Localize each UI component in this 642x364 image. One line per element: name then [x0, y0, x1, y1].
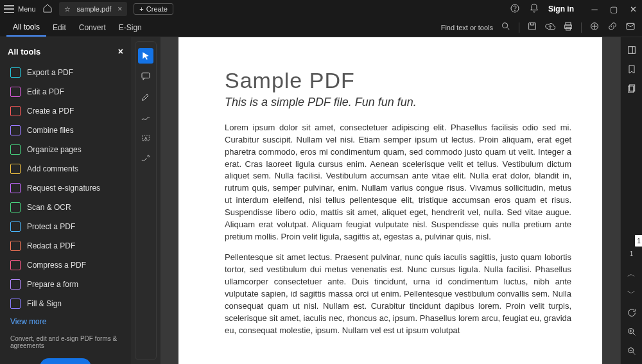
- tool-label: Export a PDF: [27, 68, 73, 77]
- tool-icon: [10, 106, 21, 116]
- tool-label: Edit a PDF: [27, 87, 64, 96]
- menu-icon[interactable]: [4, 5, 14, 13]
- sidebar-item-organize-pages[interactable]: Organize pages: [8, 140, 123, 159]
- toolbar: All tools Edit Convert E-Sign Find text …: [0, 18, 642, 37]
- help-icon[interactable]: [510, 3, 520, 15]
- close-tab-icon[interactable]: ×: [117, 4, 122, 13]
- doc-subheading: This is a simple PDF file. Fun fun fun.: [225, 96, 571, 109]
- rotate-icon[interactable]: [625, 306, 638, 319]
- doc-paragraph-1: Lorem ipsum dolor sit amet, consectetuer…: [225, 122, 571, 243]
- tool-icon: [10, 279, 21, 290]
- minimize-icon[interactable]: ─: [589, 4, 600, 14]
- zoom-in-icon[interactable]: [625, 325, 638, 338]
- tab-edit[interactable]: Edit: [46, 19, 73, 36]
- tool-icon: [10, 125, 21, 135]
- zoom-out-icon[interactable]: [625, 345, 638, 358]
- sidebar-item-combine-files[interactable]: Combine files: [8, 121, 123, 140]
- tool-label: Create a PDF: [27, 107, 74, 116]
- free-trial-button[interactable]: Free trial: [40, 358, 91, 364]
- maximize-icon[interactable]: ▢: [609, 4, 619, 14]
- tool-icon: [10, 241, 21, 251]
- close-sidebar-icon[interactable]: ×: [118, 46, 123, 56]
- sidebar-item-scan-ocr[interactable]: Scan & OCR: [8, 198, 123, 217]
- create-label: Create: [146, 5, 168, 13]
- menu-label[interactable]: Menu: [18, 5, 36, 13]
- tool-label: Prepare a form: [27, 280, 78, 289]
- view-more-link[interactable]: View more: [8, 313, 123, 330]
- star-icon: ☆: [64, 5, 71, 13]
- tool-label: Add comments: [27, 164, 78, 173]
- pdf-page: Sample PDF This is a simple PDF file. Fu…: [178, 37, 602, 364]
- signin-link[interactable]: Sign in: [548, 4, 574, 13]
- document-canvas[interactable]: Sample PDF This is a simple PDF file. Fu…: [160, 37, 620, 364]
- cloud-upload-icon[interactable]: [545, 21, 555, 33]
- tool-icon: [10, 164, 21, 174]
- sidebar: All tools × Export a PDFEdit a PDFCreate…: [0, 37, 131, 364]
- svg-rect-3: [529, 23, 536, 30]
- find-label[interactable]: Find text or tools: [441, 24, 493, 31]
- sidebar-item-redact-a-pdf[interactable]: Redact a PDF: [8, 236, 123, 256]
- document-tab[interactable]: ☆ sample.pdf ×: [59, 2, 128, 16]
- tool-label: Scan & OCR: [27, 203, 71, 212]
- home-icon[interactable]: [42, 3, 53, 15]
- save-icon[interactable]: [527, 21, 537, 33]
- sidebar-item-prepare-a-form[interactable]: Prepare a form: [8, 275, 123, 294]
- tool-label: Combine files: [27, 126, 74, 135]
- tab-convert[interactable]: Convert: [73, 19, 112, 36]
- tool-icon: [10, 202, 21, 212]
- sidebar-footer-text: Convert, edit and e-sign PDF forms & agr…: [8, 330, 123, 354]
- tab-title: sample.pdf: [77, 5, 112, 13]
- select-tool-icon[interactable]: [138, 48, 153, 64]
- print-icon[interactable]: [563, 21, 573, 33]
- link-icon[interactable]: [607, 21, 618, 33]
- bookmark-icon[interactable]: [625, 63, 638, 76]
- highlight-tool-icon[interactable]: [138, 89, 153, 105]
- plus-icon: +: [139, 5, 143, 13]
- sidebar-item-edit-a-pdf[interactable]: Edit a PDF: [8, 82, 123, 101]
- pages-thumb-icon[interactable]: [625, 82, 638, 95]
- panel-toggle-icon[interactable]: [625, 44, 638, 56]
- tab-esign[interactable]: E-Sign: [112, 19, 148, 36]
- sign-tool-icon[interactable]: [138, 151, 153, 166]
- tool-label: Redact a PDF: [27, 241, 75, 250]
- sidebar-title: All tools: [8, 47, 40, 56]
- svg-point-2: [503, 23, 508, 28]
- tool-label: Fill & Sign: [27, 299, 62, 308]
- svg-text:A: A: [144, 136, 148, 141]
- page-current-badge: 1: [635, 235, 642, 247]
- svg-rect-12: [628, 47, 635, 54]
- sidebar-item-request-e-signatures[interactable]: Request e-signatures: [8, 178, 123, 198]
- mail-icon[interactable]: [625, 21, 636, 33]
- annotation-rail: A: [135, 41, 157, 360]
- sidebar-item-protect-a-pdf[interactable]: Protect a PDF: [8, 217, 123, 236]
- tool-label: Compress a PDF: [27, 261, 86, 270]
- close-window-icon[interactable]: ✕: [628, 4, 638, 14]
- create-button[interactable]: + Create: [134, 3, 173, 15]
- doc-paragraph-2: Pellentesque sit amet lectus. Praesent p…: [225, 252, 571, 336]
- doc-heading: Sample PDF: [225, 68, 571, 93]
- tool-icon: [10, 67, 21, 78]
- textbox-tool-icon[interactable]: A: [138, 130, 153, 146]
- right-rail: 1 1 ︿ ﹀: [620, 37, 642, 364]
- tool-icon: [10, 299, 21, 309]
- svg-point-1: [515, 10, 516, 11]
- tool-label: Request e-signatures: [27, 184, 100, 193]
- sidebar-item-create-a-pdf[interactable]: Create a PDF: [8, 101, 123, 121]
- chevron-up-icon[interactable]: ︿: [625, 268, 638, 281]
- ai-icon[interactable]: [589, 21, 600, 33]
- tool-label: Protect a PDF: [27, 222, 75, 231]
- draw-tool-icon[interactable]: [138, 110, 153, 125]
- search-icon[interactable]: [501, 21, 511, 33]
- tool-label: Organize pages: [27, 145, 82, 154]
- sidebar-item-fill-sign[interactable]: Fill & Sign: [8, 294, 123, 313]
- comment-tool-icon[interactable]: [138, 69, 153, 84]
- titlebar: Menu ☆ sample.pdf × + Create Sign in ─ ▢…: [0, 0, 642, 18]
- sidebar-item-export-a-pdf[interactable]: Export a PDF: [8, 63, 123, 82]
- tab-all-tools[interactable]: All tools: [6, 19, 46, 37]
- tool-icon: [10, 144, 21, 155]
- bell-icon[interactable]: [529, 3, 539, 15]
- svg-rect-4: [566, 22, 571, 25]
- sidebar-item-add-comments[interactable]: Add comments: [8, 159, 123, 178]
- chevron-down-icon[interactable]: ﹀: [625, 287, 638, 300]
- sidebar-item-compress-a-pdf[interactable]: Compress a PDF: [8, 256, 123, 275]
